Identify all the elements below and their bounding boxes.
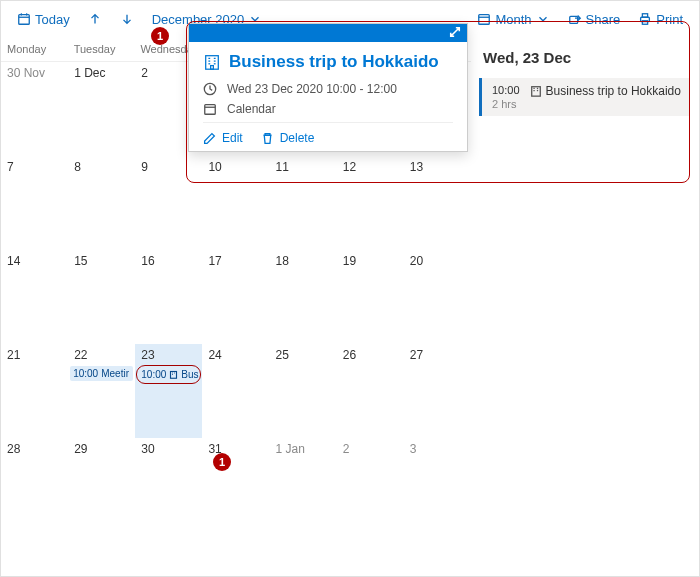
chip-label: Bus: [181, 369, 198, 380]
day-cell[interactable]: 30: [135, 438, 202, 532]
svg-rect-0: [19, 15, 30, 25]
day-cell[interactable]: 31: [202, 438, 269, 532]
delete-label: Delete: [280, 131, 315, 145]
today-button[interactable]: Today: [11, 8, 76, 31]
day-number: 12: [343, 160, 398, 174]
event-title-col: Business trip to Hokkaido: [530, 84, 681, 98]
day-number: 27: [410, 348, 465, 362]
day-number: 9: [141, 160, 196, 174]
day-cell-selected[interactable]: 23 10:00 Bus: [135, 344, 202, 438]
day-cell[interactable]: 24: [202, 344, 269, 438]
edit-button[interactable]: Edit: [203, 131, 243, 145]
day-cell[interactable]: 10: [202, 156, 269, 250]
day-header: Tuesday: [68, 37, 135, 62]
day-cell[interactable]: 9: [135, 156, 202, 250]
day-number: 31: [208, 442, 263, 456]
print-icon: [638, 12, 652, 26]
share-label: Share: [586, 12, 621, 27]
expand-button[interactable]: [449, 26, 461, 41]
event-title: Business trip to Hokkaido: [546, 84, 681, 98]
event-duration: 2 hrs: [492, 98, 520, 110]
calendar-icon: [203, 102, 217, 116]
event-chip-selected[interactable]: 10:00 Bus: [137, 366, 200, 383]
print-button[interactable]: Print: [632, 8, 689, 31]
calendar-icon: [477, 12, 491, 26]
today-label: Today: [35, 12, 70, 27]
day-cell[interactable]: 18: [270, 250, 337, 344]
day-header: Monday: [1, 37, 68, 62]
expand-icon: [449, 26, 461, 38]
day-cell[interactable]: 1 Dec: [68, 62, 135, 156]
day-cell[interactable]: 8: [68, 156, 135, 250]
popup-body: Business trip to Hokkaido Wed 23 Dec 202…: [189, 42, 467, 151]
day-cell[interactable]: 17: [202, 250, 269, 344]
day-number: 11: [276, 160, 331, 174]
week-row: 14 15 16 17 18 19 20: [1, 250, 471, 344]
day-cell[interactable]: 11: [270, 156, 337, 250]
popup-title: Business trip to Hokkaido: [229, 52, 439, 72]
day-cell[interactable]: 14: [1, 250, 68, 344]
popup-time-row: Wed 23 Dec 2020 10:00 - 12:00: [203, 82, 453, 96]
day-cell[interactable]: 22 10:00 Meetir: [68, 344, 135, 438]
next-button[interactable]: [114, 8, 140, 30]
day-number: 25: [276, 348, 331, 362]
day-cell[interactable]: 16: [135, 250, 202, 344]
view-switch[interactable]: Month: [471, 8, 555, 31]
calendar-icon: [17, 12, 31, 26]
day-cell[interactable]: 3: [404, 438, 471, 532]
day-cell[interactable]: 28: [1, 438, 68, 532]
day-cell[interactable]: 1 Jan: [270, 438, 337, 532]
prev-button[interactable]: [82, 8, 108, 30]
day-cell[interactable]: 2: [337, 438, 404, 532]
day-number: 1 Jan: [276, 442, 331, 456]
day-cell[interactable]: 25: [270, 344, 337, 438]
chip-time: 10:00: [73, 368, 98, 379]
day-cell[interactable]: 26: [337, 344, 404, 438]
day-number: 22: [74, 348, 129, 362]
building-icon: [530, 85, 542, 97]
svg-rect-26: [211, 66, 214, 70]
day-cell[interactable]: 15: [68, 250, 135, 344]
day-cell[interactable]: 19: [337, 250, 404, 344]
popup-title-row: Business trip to Hokkaido: [203, 52, 453, 72]
event-chip[interactable]: 10:00 Meetir: [70, 366, 133, 381]
day-number: 2: [343, 442, 398, 456]
day-number: 29: [74, 442, 129, 456]
week-row: 21 22 10:00 Meetir 23 10:00 Bus 24 25 26…: [1, 344, 471, 438]
day-number: 20: [410, 254, 465, 268]
day-cell[interactable]: 13: [404, 156, 471, 250]
day-number: 28: [7, 442, 62, 456]
day-number: 17: [208, 254, 263, 268]
share-button[interactable]: Share: [562, 8, 627, 31]
day-cell[interactable]: 21: [1, 344, 68, 438]
day-number: 30: [141, 442, 196, 456]
pencil-icon: [203, 132, 216, 145]
day-number: 30 Nov: [7, 66, 62, 80]
chip-time: 10:00: [141, 369, 166, 380]
day-cell[interactable]: 29: [68, 438, 135, 532]
day-cell[interactable]: 12: [337, 156, 404, 250]
svg-rect-14: [531, 87, 540, 96]
share-icon: [568, 12, 582, 26]
day-number: 21: [7, 348, 62, 362]
day-number: 14: [7, 254, 62, 268]
popup-actions: Edit Delete: [203, 122, 453, 145]
svg-rect-19: [206, 56, 219, 69]
svg-rect-8: [643, 14, 648, 18]
day-number: 23: [141, 348, 196, 362]
day-number: 19: [343, 254, 398, 268]
clock-icon: [203, 82, 217, 96]
delete-button[interactable]: Delete: [261, 131, 315, 145]
day-number: 1 Dec: [74, 66, 129, 80]
day-cell[interactable]: 7: [1, 156, 68, 250]
day-cell[interactable]: 30 Nov: [1, 62, 68, 156]
day-cell[interactable]: 27: [404, 344, 471, 438]
day-number: 16: [141, 254, 196, 268]
trash-icon: [261, 132, 274, 145]
event-popup: Business trip to Hokkaido Wed 23 Dec 202…: [188, 23, 468, 152]
day-number: 18: [276, 254, 331, 268]
day-cell[interactable]: 20: [404, 250, 471, 344]
view-label: Month: [495, 12, 531, 27]
building-icon: [203, 53, 221, 71]
day-detail-event[interactable]: 10:00 2 hrs Business trip to Hokkaido: [479, 78, 689, 116]
